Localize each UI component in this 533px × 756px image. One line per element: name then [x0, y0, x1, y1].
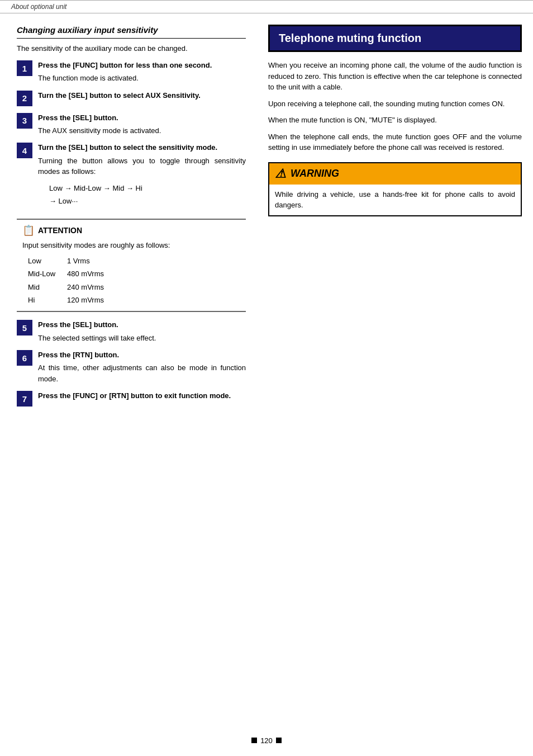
step-5-heading: Press the [SEL] button.: [38, 320, 246, 330]
attention-label: ATTENTION: [38, 226, 82, 235]
section-title: Changing auxiliary input sensitivity: [17, 25, 246, 36]
step-3-heading: Press the [SEL] button.: [38, 113, 246, 123]
tel-para-0: When you receive an incoming phone call,…: [268, 60, 522, 93]
right-column: Telephone muting function When you recei…: [257, 19, 533, 419]
step-1-content: Press the [FUNC] button for less than on…: [38, 60, 246, 84]
step-2-number: 2: [17, 91, 32, 106]
step-6-body: At this time, other adjustments can also…: [38, 362, 246, 384]
warning-header: ⚠ WARNING: [269, 163, 521, 185]
att-row-3: Hi 120 mVrms: [28, 294, 240, 306]
content-area: Changing auxiliary input sensitivity The…: [0, 13, 533, 424]
footer-square-right: [276, 738, 282, 743]
tel-para-3: When the telephone call ends, the mute f…: [268, 131, 522, 153]
warning-icon: ⚠: [275, 167, 286, 181]
step-1-heading: Press the [FUNC] button for less than on…: [38, 60, 246, 70]
attention-table: Low 1 Vrms Mid-Low 480 mVrms Mid 240 mVr…: [28, 254, 240, 307]
step-4-number: 4: [17, 143, 32, 158]
tel-para-2: When the mute function is ON, "MUTE" is …: [268, 115, 522, 126]
header-bar: About optional unit: [0, 0, 533, 13]
step-2-content: Turn the [SEL] button to select AUX Sens…: [38, 91, 246, 101]
step-1-number: 1: [17, 60, 32, 76]
sequence-line2: → Low···: [49, 195, 246, 207]
step-5-body: The selected settings will take effect.: [38, 333, 246, 344]
header-label: About optional unit: [11, 3, 66, 11]
step-2-heading: Turn the [SEL] button to select AUX Sens…: [38, 91, 246, 101]
attention-intro: Input sensitivity modes are roughly as f…: [22, 240, 240, 251]
att-label-3: Hi: [28, 294, 67, 306]
step-6: 6 Press the [RTN] button. At this time, …: [17, 350, 246, 384]
att-label-0: Low: [28, 254, 67, 267]
attention-header: 📋 ATTENTION: [22, 224, 240, 237]
tel-para-1: Upon receiving a telephone call, the sou…: [268, 98, 522, 110]
attention-box: 📋 ATTENTION Input sensitivity modes are …: [17, 219, 246, 312]
att-row-0: Low 1 Vrms: [28, 254, 240, 267]
footer-square-left: [251, 738, 257, 743]
att-label-1: Mid-Low: [28, 267, 67, 280]
step-1: 1 Press the [FUNC] button for less than …: [17, 60, 246, 84]
att-value-0: 1 Vrms: [67, 254, 123, 267]
step-4-heading: Turn the [SEL] button to select the sens…: [38, 143, 246, 153]
page: About optional unit Changing auxiliary i…: [0, 0, 533, 756]
step-5-content: Press the [SEL] button. The selected set…: [38, 320, 246, 343]
att-row-1: Mid-Low 480 mVrms: [28, 267, 240, 280]
sequence-line1: Low → Mid-Low → Mid → Hi: [49, 182, 246, 195]
warning-body: While driving a vehicle, use a hands-fre…: [269, 185, 521, 215]
step-3: 3 Press the [SEL] button. The AUX sensit…: [17, 113, 246, 136]
telephone-title: Telephone muting function: [279, 32, 421, 44]
step-4: 4 Turn the [SEL] button to select the se…: [17, 143, 246, 212]
left-column: Changing auxiliary input sensitivity The…: [0, 19, 257, 419]
attention-icon: 📋: [22, 224, 35, 237]
att-value-2: 240 mVrms: [67, 281, 123, 294]
step-7: 7 Press the [FUNC] or [RTN] button to ex…: [17, 391, 246, 407]
step-3-body: The AUX sensitivity mode is activated.: [38, 125, 246, 136]
step-5: 5 Press the [SEL] button. The selected s…: [17, 320, 246, 343]
att-row-2: Mid 240 mVrms: [28, 281, 240, 294]
att-label-2: Mid: [28, 281, 67, 294]
section-intro: The sensitivity of the auxiliary mode ca…: [17, 43, 246, 54]
step-6-number: 6: [17, 350, 32, 366]
step-7-content: Press the [FUNC] or [RTN] button to exit…: [38, 391, 246, 401]
att-value-1: 480 mVrms: [67, 267, 123, 280]
warning-label: WARNING: [291, 168, 339, 179]
att-value-3: 120 mVrms: [67, 294, 123, 306]
footer: 120: [0, 736, 533, 745]
telephone-title-box: Telephone muting function: [268, 25, 522, 52]
sensitivity-sequence: Low → Mid-Low → Mid → Hi → Low···: [49, 182, 246, 208]
attention-body: Input sensitivity modes are roughly as f…: [22, 240, 240, 306]
footer-inner: 120: [251, 736, 282, 745]
step-6-heading: Press the [RTN] button.: [38, 350, 246, 360]
step-4-content: Turn the [SEL] button to select the sens…: [38, 143, 246, 212]
step-3-number: 3: [17, 113, 32, 129]
step-7-number: 7: [17, 391, 32, 407]
step-3-content: Press the [SEL] button. The AUX sensitiv…: [38, 113, 246, 136]
step-5-number: 5: [17, 320, 32, 336]
step-7-heading: Press the [FUNC] or [RTN] button to exit…: [38, 391, 246, 401]
step-2: 2 Turn the [SEL] button to select AUX Se…: [17, 91, 246, 106]
page-number: 120: [260, 736, 273, 745]
section-divider: [17, 38, 246, 39]
step-6-content: Press the [RTN] button. At this time, ot…: [38, 350, 246, 384]
step-4-body: Turning the button allows you to toggle …: [38, 155, 246, 177]
step-1-body: The function mode is activated.: [38, 73, 246, 84]
warning-box: ⚠ WARNING While driving a vehicle, use a…: [268, 162, 522, 216]
